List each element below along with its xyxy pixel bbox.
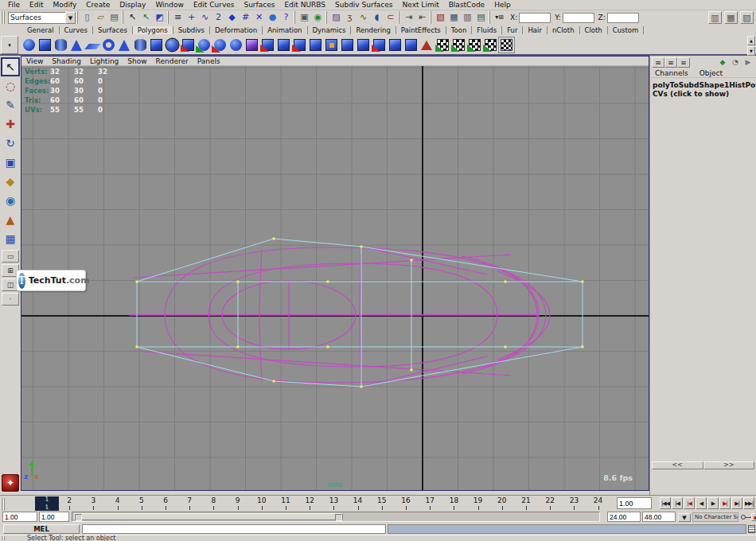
snap-point-icon[interactable]: 2	[212, 11, 225, 24]
mel-toggle-button[interactable]: MEL	[3, 524, 80, 534]
range-slider-track[interactable]	[72, 512, 600, 522]
shelf-tab-rendering[interactable]: Rendering	[351, 26, 396, 34]
play-forwards-button[interactable]: ▶	[707, 497, 719, 509]
input-connections-icon[interactable]: ●	[266, 11, 279, 24]
shelf-paint-reduce-icon[interactable]	[275, 37, 291, 54]
viewport-canvas[interactable]: Verts:323232Edges:60600Faces:30300Tris:6…	[21, 66, 649, 490]
combo-select-icon[interactable]: ≡	[171, 11, 185, 24]
playback-start-field[interactable]	[39, 512, 69, 522]
select-hierarchy-icon[interactable]: ↖	[126, 11, 139, 24]
current-frame-marker[interactable]: 1 1	[35, 496, 59, 511]
open-op-icon[interactable]: ⊂	[384, 11, 397, 24]
shelf-tab-general[interactable]: General	[22, 26, 60, 34]
status-group-divider[interactable]	[76, 11, 80, 24]
menu-next-limit[interactable]: Next Limit	[398, 0, 444, 10]
set-key-icon[interactable]	[741, 514, 751, 520]
time-slider[interactable]: 1 1 |◀◀|◀|◀◀▶▶|▶|▶▶| 2345678910111213141…	[0, 495, 756, 511]
layout-single-pane-button[interactable]: ▭	[2, 250, 19, 263]
panel-menu-panels[interactable]: Panels	[197, 57, 226, 65]
construction-history-icon[interactable]: ▨	[329, 11, 343, 24]
frame-number-7[interactable]: 7	[181, 496, 197, 504]
frame-number-5[interactable]: 5	[134, 496, 150, 504]
go-to-start-button[interactable]: |◀◀	[660, 497, 671, 509]
shelf-tab-deformation[interactable]: Deformation	[210, 26, 263, 34]
range-end-handle[interactable]	[335, 514, 342, 521]
shelf-tab-dynamics[interactable]: Dynamics	[308, 26, 352, 34]
frame-number-22[interactable]: 22	[542, 496, 558, 504]
paint-select-tool-icon[interactable]: ✎	[1, 95, 20, 115]
shelf-scroll-down-icon[interactable]: ▼	[747, 46, 755, 56]
menu-edit-curves[interactable]: Edit Curves	[189, 0, 240, 10]
panel-menu-view[interactable]: View	[26, 57, 49, 65]
snap-off-icon[interactable]: ✕	[252, 11, 266, 24]
channel-node-name[interactable]: polyToSubdShape1HistPoly	[653, 81, 754, 90]
move-tool-icon[interactable]: ✚	[1, 115, 20, 134]
frame-number-18[interactable]: 18	[446, 496, 462, 504]
curve-op-icon[interactable]: ∿	[357, 11, 370, 24]
x-coord-field[interactable]	[519, 13, 551, 23]
shelf-triangulate-icon[interactable]	[307, 37, 323, 54]
frame-number-3[interactable]: 3	[85, 496, 101, 504]
range-slider-bar[interactable]	[74, 513, 343, 520]
ipr-render-icon[interactable]: ▥	[461, 11, 474, 24]
frame-number-13[interactable]: 13	[325, 496, 341, 504]
menu-subdiv-surfaces[interactable]: Subdiv Surfaces	[330, 0, 398, 10]
cb-menu-object[interactable]: Object	[699, 69, 723, 76]
playback-end-field[interactable]	[607, 512, 641, 522]
snap-grid-icon[interactable]: +	[185, 11, 198, 24]
shelf-tab-surfaces[interactable]: Surfaces	[93, 26, 133, 34]
frame-number-9[interactable]: 9	[230, 496, 246, 504]
shelf-tab-custom[interactable]: Custom	[608, 26, 645, 34]
step-forward-frame-button[interactable]: ▶|	[731, 497, 742, 509]
character-set-dropdown[interactable]: No Character Set	[692, 512, 738, 522]
channel-cvs-link[interactable]: CVs (click to show)	[653, 90, 754, 99]
select-component-icon[interactable]: ◩	[153, 11, 166, 24]
anim-end-field[interactable]	[642, 512, 676, 522]
frame-number-11[interactable]: 11	[278, 496, 294, 504]
panel-menu-shading[interactable]: Shading	[52, 57, 87, 65]
frame-number-14[interactable]: 14	[350, 496, 366, 504]
panel-menu-show[interactable]: Show	[127, 57, 152, 65]
lock-icon[interactable]: ▣	[298, 11, 311, 24]
menu-edit[interactable]: Edit	[25, 0, 48, 10]
cb-scroll-left-button[interactable]: <<	[652, 461, 703, 469]
cb-layout-wide-icon[interactable]: ≡	[677, 57, 690, 68]
anim-start-field[interactable]	[2, 512, 37, 522]
shelf-tab-curves[interactable]: Curves	[60, 26, 94, 34]
cb-scroll-right-button[interactable]: >>	[703, 461, 755, 469]
scale-tool-icon[interactable]: ▣	[1, 153, 20, 172]
cb-picker-icon[interactable]: ▶	[742, 57, 754, 68]
shelf-boolean-icon[interactable]	[228, 37, 244, 54]
shelf-tab-fur[interactable]: Fur	[502, 26, 523, 34]
menu-set-arrow-icon[interactable]: ▼	[65, 12, 76, 24]
cb-layout-medium-icon[interactable]: ≡	[664, 57, 677, 68]
soft-mod-tool-icon[interactable]: ◉	[1, 191, 20, 210]
lasso-select-tool-icon[interactable]: ◌	[1, 76, 20, 95]
shelf-fill-hole-icon[interactable]	[339, 37, 355, 54]
shelf-poke-face-icon[interactable]	[371, 37, 387, 54]
cb-layout-narrow-icon[interactable]: ≡	[652, 57, 664, 68]
shelf-reduce-icon[interactable]	[259, 37, 275, 54]
menu-set-selector[interactable]: Surfaces ▼	[8, 12, 76, 24]
menu-surfaces[interactable]: Surfaces	[239, 0, 279, 10]
status-group-divider[interactable]	[325, 11, 329, 24]
shelf-poly-pipe-icon[interactable]	[132, 37, 148, 54]
show-manipulator-tool-icon[interactable]: ▲	[1, 210, 20, 229]
layout-extra-button[interactable]: ·	[2, 293, 19, 306]
shelf-uv-spherical-icon[interactable]	[466, 37, 482, 54]
frame-number-12[interactable]: 12	[302, 496, 318, 504]
last-tool-icon[interactable]: ▦	[1, 229, 20, 248]
ui-panel-toggle-1-icon[interactable]: ▥	[708, 11, 722, 24]
list-input-icon[interactable]: ʒ	[343, 11, 357, 24]
menu-help[interactable]: Help	[489, 0, 516, 10]
render-settings-icon[interactable]: ▤	[474, 11, 488, 24]
status-group-divider[interactable]	[294, 11, 297, 24]
shelf-extract-icon[interactable]	[212, 37, 228, 54]
help-mode-icon[interactable]: ?	[279, 11, 293, 24]
shelf-tab-polygons[interactable]: Polygons	[133, 26, 173, 34]
cb-manip-icon[interactable]: ◆	[716, 57, 729, 68]
shelf-uv-cylindrical-icon[interactable]	[450, 37, 466, 54]
y-coord-field[interactable]	[563, 13, 594, 23]
menu-display[interactable]: Display	[115, 0, 150, 10]
frame-number-4[interactable]: 4	[110, 496, 126, 504]
